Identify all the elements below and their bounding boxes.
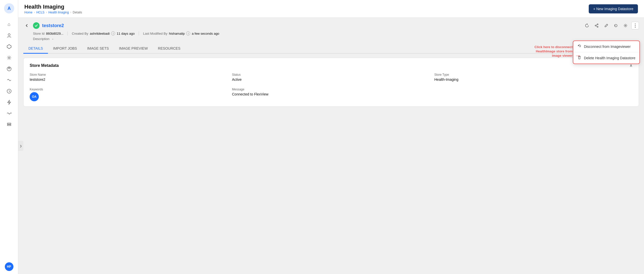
- message-value: Connected to FlexView: [232, 92, 430, 96]
- history-button[interactable]: [612, 22, 620, 29]
- keywords-row: OA: [30, 92, 228, 101]
- collapse-sidebar-button[interactable]: ❯: [18, 141, 23, 151]
- metadata-card: Store Metadata ∧ Store Name teststore2 S…: [23, 58, 639, 107]
- store-type-value: Health-Imaging: [434, 77, 633, 82]
- breadcrumb-sep-1: ›: [34, 11, 35, 14]
- store-id-value: 860b8029...: [46, 32, 64, 35]
- status-value: Active: [232, 77, 430, 82]
- content-area: teststore2: [18, 18, 644, 274]
- sidebar: A ⌂: [0, 0, 18, 274]
- modified-by-value: hishamalip: [169, 32, 185, 35]
- delete-icon: [577, 55, 581, 61]
- store-header-actions: ⋮: [583, 22, 639, 29]
- modified-by-label: Last Modified By: [143, 32, 167, 35]
- store-name-value: teststore2: [30, 77, 228, 82]
- store-status-icon: [33, 22, 40, 29]
- metadata-card-header: Store Metadata ∧: [30, 63, 633, 68]
- breadcrumb: Home › HCLS › Health Imaging › Details: [24, 11, 82, 14]
- sidebar-storage-icon[interactable]: [5, 120, 14, 129]
- store-name-label: Store Name: [30, 73, 228, 76]
- svg-point-5: [8, 67, 10, 69]
- svg-point-12: [597, 26, 598, 27]
- svg-point-15: [625, 25, 626, 26]
- breadcrumb-health-imaging[interactable]: Health Imaging: [48, 11, 69, 14]
- store-id-label: Store Id: [33, 32, 45, 35]
- svg-rect-9: [7, 125, 11, 126]
- metadata-grid: Store Name teststore2 Status Active Stor…: [30, 73, 633, 101]
- tab-import-jobs[interactable]: IMPORT JOBS: [48, 44, 82, 54]
- breadcrumb-home[interactable]: Home: [24, 11, 32, 14]
- svg-point-10: [597, 24, 598, 25]
- svg-line-13: [596, 25, 597, 25]
- tab-image-preview[interactable]: IMAGE PREVIEW: [114, 44, 153, 54]
- tab-details[interactable]: DETAILS: [23, 44, 48, 54]
- store-detail: teststore2: [18, 18, 644, 111]
- back-button[interactable]: [23, 22, 30, 29]
- header-title-area: Health Imaging Home › HCLS › Health Imag…: [24, 4, 82, 14]
- delete-menu-label: Delete Health Imaging Datastore: [584, 56, 635, 60]
- tab-resources[interactable]: RESOURCES: [153, 44, 186, 54]
- sidebar-flow-icon[interactable]: [5, 75, 14, 85]
- tabs-container: DETAILS IMPORT JOBS IMAGE SETS IMAGE PRE…: [23, 44, 639, 54]
- status-label: Status: [232, 73, 430, 76]
- disconnect-icon: [577, 44, 581, 49]
- share-button[interactable]: [593, 22, 600, 29]
- created-time: 11 days ago: [117, 32, 135, 35]
- main-area: Health Imaging Home › HCLS › Health Imag…: [18, 0, 644, 274]
- svg-text:A: A: [7, 6, 11, 11]
- status-field: Status Active: [232, 73, 430, 82]
- store-meta: Store Id 860b8029... Created By ashritde…: [23, 31, 639, 35]
- delete-menu-item[interactable]: Delete Health Imaging Datastore: [573, 52, 639, 64]
- created-info-icon[interactable]: i: [111, 31, 115, 35]
- sidebar-wave-icon[interactable]: [5, 109, 14, 118]
- refresh-button[interactable]: [583, 22, 591, 29]
- breadcrumb-hcls[interactable]: HCLS: [36, 11, 44, 14]
- created-by-value: ashritdeebadi: [90, 32, 110, 35]
- keywords-label: Keywords: [30, 88, 228, 91]
- user-avatar[interactable]: HP: [5, 262, 13, 271]
- modified-by-item: Last Modified By hishamalip i a few seco…: [139, 31, 223, 35]
- disconnect-menu-item[interactable]: Disconnect from Imageviewer: [573, 41, 639, 52]
- metadata-card-title: Store Metadata: [30, 63, 59, 68]
- modified-info-icon[interactable]: i: [186, 31, 190, 35]
- description-value: -: [52, 37, 53, 41]
- svg-point-2: [8, 34, 10, 36]
- new-datastore-button[interactable]: + New Imaging Datastore: [589, 4, 638, 13]
- svg-marker-3: [7, 45, 11, 49]
- sidebar-home-icon[interactable]: ⌂: [5, 20, 14, 29]
- sidebar-clock-icon[interactable]: [5, 87, 14, 96]
- description-label: Description: [33, 37, 49, 41]
- store-id-item: Store Id 860b8029...: [33, 32, 68, 35]
- store-type-label: Store Type: [434, 73, 633, 76]
- created-by-label: Created By: [72, 32, 88, 35]
- app-logo[interactable]: A: [4, 3, 14, 14]
- svg-rect-8: [7, 123, 11, 124]
- sidebar-user-icon[interactable]: [5, 31, 14, 40]
- message-field: Message Connected to FlexView: [232, 88, 430, 101]
- breadcrumb-current: Details: [73, 11, 82, 14]
- created-by-item: Created By ashritdeebadi i 11 days ago: [68, 31, 139, 35]
- sidebar-model-icon[interactable]: [5, 42, 14, 51]
- svg-point-11: [595, 25, 596, 26]
- svg-point-17: [580, 46, 581, 47]
- svg-line-14: [596, 26, 597, 27]
- store-header: teststore2: [23, 22, 639, 29]
- tab-image-sets[interactable]: IMAGE SETS: [82, 44, 114, 54]
- sidebar-account-icon[interactable]: [5, 64, 14, 73]
- breadcrumb-sep-2: ›: [46, 11, 47, 14]
- disconnect-menu-label: Disconnect from Imageviewer: [584, 45, 631, 49]
- sidebar-bolt-icon[interactable]: [5, 98, 14, 107]
- store-name-title[interactable]: teststore2: [42, 23, 64, 28]
- keywords-field: Keywords OA: [30, 88, 228, 101]
- svg-point-4: [8, 57, 10, 58]
- more-actions-button[interactable]: ⋮: [631, 22, 639, 29]
- keyword-badge-oa: OA: [30, 92, 39, 101]
- modified-time: a few seconds ago: [192, 32, 219, 35]
- page-title: Health Imaging: [24, 4, 82, 10]
- store-description: Description -: [23, 37, 639, 41]
- message-label: Message: [232, 88, 430, 91]
- config-button[interactable]: [622, 22, 629, 29]
- edit-button[interactable]: [602, 22, 610, 29]
- sidebar-settings-icon[interactable]: [5, 53, 14, 62]
- store-header-left: teststore2: [23, 22, 64, 29]
